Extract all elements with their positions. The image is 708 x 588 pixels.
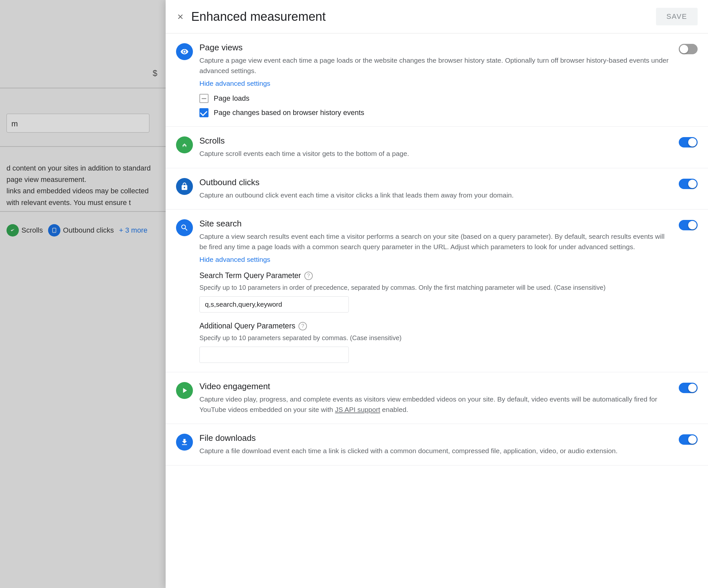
video-engagement-toggle-thumb	[688, 384, 697, 392]
outbound-clicks-desc: Capture an outbound click event each tim…	[199, 190, 672, 201]
scrolls-toggle[interactable]	[679, 137, 698, 147]
video-engagement-icon	[176, 382, 193, 399]
panel-body: Page views Capture a page view event eac…	[166, 33, 708, 588]
file-downloads-toggle-thumb	[688, 435, 697, 444]
page-views-advanced-link[interactable]: Hide advanced settings	[199, 80, 270, 87]
file-downloads-content: File downloads Capture a file download e…	[199, 433, 672, 456]
site-search-toggle-thumb	[688, 221, 697, 229]
close-button[interactable]: ×	[176, 10, 185, 23]
file-downloads-icon	[176, 434, 193, 450]
video-engagement-title: Video engagement	[199, 381, 672, 391]
scrolls-title: Scrolls	[199, 136, 672, 146]
scrolls-toggle-thumb	[688, 138, 697, 147]
page-views-content: Page views Capture a page view event eac…	[199, 42, 672, 117]
term-query-desc: Specify up to 10 parameters in order of …	[199, 283, 672, 292]
outbound-clicks-toggle-thumb	[688, 180, 697, 188]
page-views-title: Page views	[199, 42, 672, 53]
page-views-desc: Capture a page view event each time a pa…	[199, 55, 672, 76]
term-query-title: Search Term Query Parameter ?	[199, 271, 672, 280]
site-search-params: Search Term Query Parameter ? Specify up…	[199, 271, 672, 363]
term-query-help-icon[interactable]: ?	[304, 272, 313, 280]
panel-title: Enhanced measurement	[191, 10, 656, 24]
video-engagement-desc: Capture video play, progress, and comple…	[199, 394, 672, 414]
file-downloads-toggle[interactable]	[679, 434, 698, 445]
outbound-clicks-toggle[interactable]	[679, 179, 698, 189]
page-loads-checkbox[interactable]	[199, 94, 208, 103]
save-button[interactable]: SAVE	[656, 8, 698, 25]
file-downloads-item: File downloads Capture a file download e…	[166, 424, 708, 466]
file-downloads-title: File downloads	[199, 433, 672, 443]
page-changes-label: Page changes based on browser history ev…	[214, 109, 364, 117]
page-views-toggle[interactable]	[679, 44, 698, 54]
outbound-clicks-content: Outbound clicks Capture an outbound clic…	[199, 177, 672, 201]
site-search-title: Site search	[199, 218, 672, 229]
page-changes-checkbox[interactable]	[199, 108, 208, 117]
file-downloads-desc: Capture a file download event each time …	[199, 446, 672, 456]
svg-point-1	[54, 231, 55, 232]
site-search-content: Site search Capture a view search result…	[199, 218, 672, 363]
site-search-row: Site search Capture a view search result…	[176, 218, 698, 363]
site-search-advanced-link[interactable]: Hide advanced settings	[199, 256, 270, 263]
video-engagement-item: Video engagement Capture video play, pro…	[166, 372, 708, 424]
additional-params-section: Additional Query Parameters ? Specify up…	[199, 322, 672, 363]
page-views-toggle-thumb	[680, 45, 688, 53]
site-search-desc: Capture a view search results event each…	[199, 231, 672, 252]
video-engagement-content: Video engagement Capture video play, pro…	[199, 381, 672, 414]
additional-params-help-icon[interactable]: ?	[298, 322, 307, 330]
js-api-link[interactable]: JS API support	[335, 406, 380, 413]
outbound-clicks-title: Outbound clicks	[199, 177, 672, 187]
term-query-input[interactable]	[199, 296, 349, 313]
outbound-clicks-icon	[176, 178, 193, 195]
scrolls-item: Scrolls Capture scroll events each time …	[166, 127, 708, 168]
additional-params-title: Additional Query Parameters ?	[199, 322, 672, 330]
page-views-item: Page views Capture a page view event eac…	[166, 33, 708, 127]
site-search-item: Site search Capture a view search result…	[166, 209, 708, 372]
page-loads-checkbox-item[interactable]: Page loads	[199, 94, 672, 103]
svg-rect-0	[53, 228, 56, 233]
enhanced-measurement-panel: × Enhanced measurement SAVE Page views C…	[166, 0, 708, 588]
panel-header: × Enhanced measurement SAVE	[166, 0, 708, 33]
scrolls-content: Scrolls Capture scroll events each time …	[199, 136, 672, 159]
scrolls-icon	[176, 137, 193, 153]
scrolls-desc: Capture scroll events each time a visito…	[199, 148, 672, 159]
page-loads-label: Page loads	[214, 94, 249, 102]
outbound-clicks-item: Outbound clicks Capture an outbound clic…	[166, 168, 708, 210]
page-views-icon	[176, 43, 193, 60]
site-search-icon	[176, 219, 193, 236]
site-search-toggle[interactable]	[679, 220, 698, 230]
page-views-checkboxes: Page loads Page changes based on browser…	[199, 94, 672, 117]
additional-params-input[interactable]	[199, 347, 349, 363]
video-engagement-toggle[interactable]	[679, 383, 698, 393]
page-changes-checkbox-item[interactable]: Page changes based on browser history ev…	[199, 108, 672, 117]
additional-params-desc: Specify up to 10 parameters separated by…	[199, 333, 672, 343]
